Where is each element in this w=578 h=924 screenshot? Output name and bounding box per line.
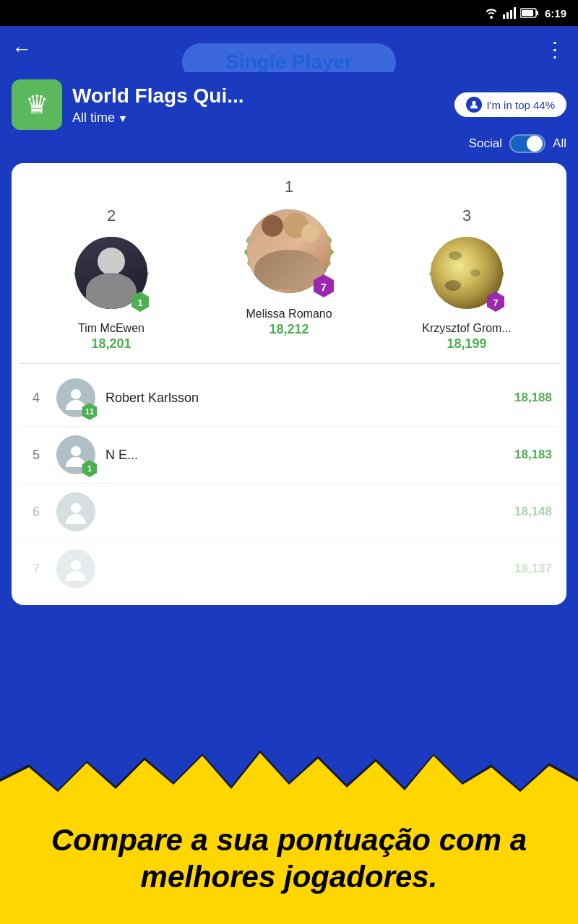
avatar-container-1: 7 bbox=[238, 201, 340, 302]
svg-rect-5 bbox=[536, 11, 538, 15]
status-bar: 6:19 bbox=[0, 0, 578, 26]
dropdown-arrow-icon: ▼ bbox=[118, 113, 128, 124]
list-avatar-6 bbox=[56, 492, 95, 531]
list-item-4: 4 11 Robert Karlsson 18,188 bbox=[19, 370, 559, 427]
svg-point-55 bbox=[71, 446, 81, 456]
player-1-score: 18,212 bbox=[269, 322, 309, 337]
header-info: World Flags Qui... All time ▼ bbox=[72, 84, 444, 126]
svg-marker-58 bbox=[0, 750, 578, 808]
header-row: ♛ World Flags Qui... All time ▼ I'm in t… bbox=[12, 79, 566, 130]
list-item-6: 6 18,148 bbox=[19, 484, 559, 541]
list-score-5: 18,183 bbox=[514, 448, 552, 462]
more-button[interactable]: ⋮ bbox=[545, 38, 566, 61]
svg-rect-1 bbox=[506, 12, 509, 19]
spiky-yellow-svg bbox=[0, 750, 578, 808]
list-name-4: Robert Karlsson bbox=[105, 391, 504, 406]
back-button[interactable]: ← bbox=[12, 38, 32, 61]
wifi-icon bbox=[484, 7, 499, 19]
svg-text:1: 1 bbox=[137, 297, 142, 308]
list-item-5: 5 1 N E... 18,183 bbox=[19, 427, 559, 484]
list-avatar-7 bbox=[56, 549, 95, 588]
app-icon: ♛ bbox=[12, 79, 62, 130]
list-name-5: N E... bbox=[105, 448, 504, 463]
popup-text: Compare a sua pontuação com a melhores j… bbox=[22, 822, 556, 895]
app-title: World Flags Qui... bbox=[72, 84, 444, 108]
status-icons bbox=[484, 7, 539, 19]
player-2-score: 18,201 bbox=[91, 336, 131, 352]
list-avatar-4: 11 bbox=[56, 378, 95, 417]
leaderboard-card: 2 bbox=[12, 163, 566, 605]
podium: 2 bbox=[19, 178, 559, 352]
svg-text:7: 7 bbox=[321, 281, 327, 293]
spiky-outline-svg bbox=[0, 750, 578, 808]
list-score-7: 18,137 bbox=[514, 562, 552, 576]
list-rank-6: 6 bbox=[26, 505, 46, 520]
popup-content: Compare a sua pontuação com a melhores j… bbox=[0, 808, 578, 924]
top-badge-text: I'm in top 44% bbox=[486, 99, 555, 111]
svg-text:7: 7 bbox=[493, 297, 498, 308]
list-item-7: 7 18,137 bbox=[19, 541, 559, 598]
list-rank-4: 4 bbox=[26, 391, 46, 406]
top-bar: ← ⋮ bbox=[0, 26, 578, 72]
time-display: 6:19 bbox=[545, 7, 566, 19]
svg-rect-3 bbox=[514, 7, 516, 19]
svg-rect-6 bbox=[522, 10, 533, 16]
time-filter-text: All time bbox=[72, 110, 115, 126]
rank-3-number: 3 bbox=[462, 206, 471, 225]
badge-person-icon bbox=[466, 97, 482, 113]
all-label: All bbox=[553, 136, 566, 151]
badge-2: 1 bbox=[129, 290, 152, 313]
badge-1: 7 bbox=[311, 273, 337, 299]
toggle-knob bbox=[527, 136, 543, 152]
list-avatar-5: 1 bbox=[56, 435, 95, 474]
crown-icon: ♛ bbox=[25, 90, 48, 120]
badge-3: 7 bbox=[484, 290, 507, 313]
top-badge: I'm in top 44% bbox=[454, 92, 566, 117]
list-score-6: 18,148 bbox=[514, 505, 552, 519]
battery-icon bbox=[520, 8, 539, 18]
header-section: ♛ World Flags Qui... All time ▼ I'm in t… bbox=[0, 72, 578, 163]
list-rank-7: 7 bbox=[26, 562, 46, 577]
social-label: Social bbox=[469, 136, 502, 151]
podium-item-3: 3 bbox=[381, 206, 552, 352]
player-1-name: Melissa Romano bbox=[246, 308, 332, 321]
svg-point-7 bbox=[473, 101, 476, 105]
player-3-name: Krzysztof Grom... bbox=[422, 322, 512, 335]
svg-rect-2 bbox=[510, 10, 512, 19]
signal-icon bbox=[503, 7, 516, 19]
svg-point-56 bbox=[71, 503, 81, 513]
divider bbox=[19, 363, 559, 364]
list-score-4: 18,188 bbox=[514, 391, 552, 405]
podium-item-1: 1 bbox=[204, 178, 374, 337]
social-all-toggle[interactable] bbox=[509, 134, 545, 153]
player-2-name: Tim McEwen bbox=[78, 322, 144, 335]
rank-1-number: 1 bbox=[285, 178, 293, 196]
svg-point-54 bbox=[71, 389, 81, 399]
svg-rect-0 bbox=[503, 14, 505, 19]
svg-marker-59 bbox=[0, 753, 578, 808]
svg-point-57 bbox=[71, 560, 81, 570]
avatar-container-2: 1 bbox=[68, 230, 155, 316]
avatar-container-3: 7 bbox=[423, 230, 510, 316]
podium-item-2: 2 bbox=[26, 206, 197, 352]
player-3-score: 18,199 bbox=[447, 336, 486, 352]
time-filter[interactable]: All time ▼ bbox=[72, 110, 444, 126]
popup-overlay: Compare a sua pontuação com a melhores j… bbox=[0, 750, 578, 924]
social-row: Social All bbox=[12, 134, 566, 153]
rank-2-number: 2 bbox=[107, 206, 116, 225]
list-rank-5: 5 bbox=[26, 448, 46, 463]
